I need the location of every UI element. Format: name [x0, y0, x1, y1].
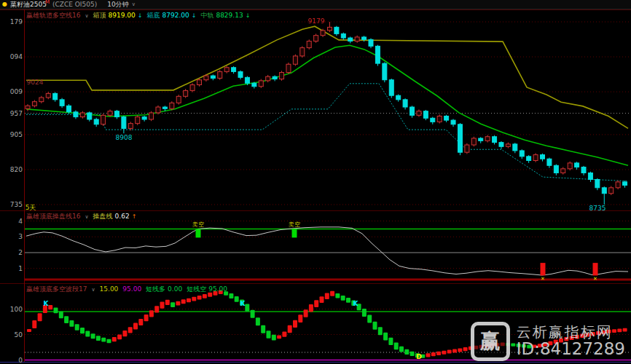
svg-text:✕: ✕: [541, 276, 545, 282]
indicator-field: 短线多0.00: [146, 285, 182, 294]
svg-text:K: K: [44, 300, 50, 307]
indicator-field: 中轨8829.13↓: [200, 11, 250, 20]
watermark-site: 云析赢指标网: [517, 325, 625, 340]
svg-text:9024: 9024: [27, 79, 44, 86]
svg-text:1: 1: [18, 265, 23, 272]
indicator3-title: 赢雄顶底多空波段17∨15.0095.00短线多0.00短线空95.00: [26, 285, 227, 293]
trading-app-window: ● 菜籽油2505M (CZCE OI505) 10分钟 ∨ 179094009…: [0, 0, 631, 364]
indicator-field: 15.00: [100, 285, 119, 293]
svg-text:0: 0: [18, 357, 23, 364]
svg-text:D: D: [416, 353, 421, 360]
svg-text:K: K: [240, 300, 246, 307]
watermark-logo-glyph: 赢: [480, 328, 501, 355]
field-value: 8792.00: [162, 12, 189, 19]
svg-text:957: 957: [10, 110, 23, 117]
field-label: 短线空: [187, 285, 206, 294]
indicator-field: 短线空95.00: [187, 285, 227, 294]
svg-text:5天: 5天: [26, 204, 36, 211]
svg-text:50: 50: [15, 331, 23, 339]
chart-canvas[interactable]: 17909400995790582073590248908917987355天4…: [0, 0, 631, 364]
watermark-logo: 赢: [471, 322, 510, 361]
indicator-name[interactable]: 赢雄顶底多空波段17: [26, 285, 87, 294]
chevron-down-icon[interactable]: ∨: [91, 287, 95, 293]
field-arrow-icon: ↓: [192, 12, 197, 19]
watermark-id: ID:84127289: [517, 340, 625, 357]
svg-text:100: 100: [10, 306, 23, 313]
svg-text:179: 179: [10, 18, 23, 25]
indicator-field: 95.00: [122, 285, 141, 293]
field-value: 8829.13: [216, 12, 243, 19]
field-value: 0.00: [168, 285, 182, 293]
svg-text:4: 4: [18, 218, 23, 225]
field-arrow-icon: ↑: [132, 213, 137, 220]
field-value: 95.00: [208, 285, 227, 293]
svg-text:9179: 9179: [308, 17, 325, 25]
field-value: 95.00: [122, 285, 141, 293]
field-label: 箱底: [147, 11, 160, 20]
field-label: 操盘线: [93, 212, 113, 221]
svg-text:8735: 8735: [589, 205, 606, 212]
svg-text:卖空: 卖空: [192, 221, 204, 228]
field-label: 中轨: [200, 11, 213, 20]
field-value: 8919.00: [109, 12, 136, 19]
field-label: 箱顶: [93, 11, 106, 20]
field-value: 0.62: [115, 213, 130, 220]
svg-text:8908: 8908: [116, 134, 133, 141]
svg-text:2: 2: [18, 249, 23, 256]
svg-text:K: K: [353, 300, 359, 307]
svg-text:735: 735: [10, 201, 23, 208]
svg-text:✕: ✕: [593, 276, 597, 282]
svg-text:905: 905: [10, 131, 23, 138]
chevron-down-icon[interactable]: ∨: [85, 13, 88, 19]
field-value: 15.00: [100, 285, 119, 293]
field-arrow-icon: ↓: [138, 12, 143, 19]
chevron-down-icon[interactable]: ∨: [85, 214, 88, 220]
svg-text:094: 094: [10, 53, 23, 60]
indicator-field: 箱底8792.00↓: [147, 11, 197, 20]
indicator-name[interactable]: 赢雄轨道多空线16: [26, 11, 80, 20]
indicator2-title: 赢雄顶底操盘线16∨操盘线0.62↑: [26, 212, 136, 221]
field-label: 短线多: [146, 285, 165, 294]
watermark: 赢 云析赢指标网 ID:84127289: [471, 322, 625, 361]
indicator-field: 箱顶8919.00↓: [93, 11, 143, 20]
svg-text:3: 3: [18, 233, 23, 240]
svg-text:009: 009: [10, 88, 23, 95]
main-indicator-title: 赢雄轨道多空线16∨箱顶8919.00↓箱底8792.00↓中轨8829.13↓: [26, 11, 250, 20]
svg-text:820: 820: [10, 166, 23, 173]
indicator-name[interactable]: 赢雄顶底操盘线16: [26, 212, 80, 221]
field-arrow-icon: ↓: [246, 12, 251, 19]
indicator-field: 操盘线0.62↑: [93, 212, 137, 221]
svg-text:卖空: 卖空: [289, 221, 300, 228]
